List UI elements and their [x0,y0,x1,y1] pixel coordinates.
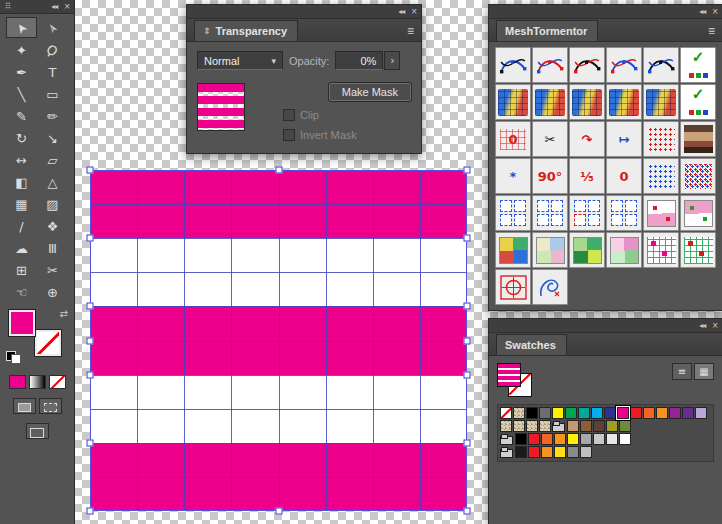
rotate-tool[interactable]: ↻ [6,127,37,148]
swatch-pattern[interactable] [500,420,512,432]
swatch[interactable] [619,420,631,432]
swatch[interactable] [567,433,579,445]
selection-handle[interactable] [87,508,94,515]
magic-wand-tool[interactable]: ✦ [6,39,37,60]
pencil-tool[interactable]: ✏ [37,105,68,126]
swatch-pattern[interactable] [526,420,538,432]
perspective-grid-tool[interactable]: △ [37,171,68,192]
warp-flag-5[interactable] [643,84,679,120]
checker-nodes-1[interactable] [643,195,679,231]
direct-selection-tool[interactable]: ➢ [37,17,68,38]
line-segment-tool[interactable]: ╲ [6,83,37,104]
warp-flag-1[interactable] [495,84,531,120]
warp-flag-4[interactable] [606,84,642,120]
color-mesh-4[interactable] [606,232,642,268]
edit-mesh-red-blue[interactable] [532,47,568,83]
swap-fill-stroke-icon[interactable]: ⇄ [60,308,68,319]
gradient-tool[interactable]: ▨ [37,193,68,214]
warp-flag-3[interactable] [569,84,605,120]
swatch[interactable] [552,407,564,419]
type-tool[interactable]: T [37,61,68,82]
selection-handle[interactable] [87,303,94,310]
swatch-group-folder[interactable] [500,433,514,445]
default-fill-stroke-icon[interactable] [6,351,21,364]
swatch[interactable] [565,407,577,419]
select-node-block-1[interactable] [495,195,531,231]
panel-menu-icon[interactable]: ≡ [708,24,715,38]
selection-handle[interactable] [464,508,471,515]
blue-node-matrix[interactable] [643,158,679,194]
meshtormentor-titlebar[interactable]: ◂◂ × [489,5,722,19]
swatch[interactable] [617,407,629,419]
mesh-tool[interactable]: ▦ [6,193,37,214]
artboard-tool[interactable]: ⊞ [6,259,37,280]
free-transform-tool[interactable]: ▱ [37,149,68,170]
swatch[interactable] [580,446,592,458]
selection-handle[interactable] [275,508,282,515]
swatch[interactable] [604,407,616,419]
swatch[interactable] [682,407,694,419]
close-panel-icon[interactable]: × [712,5,717,18]
red-node-matrix[interactable] [643,121,679,157]
opacity-input[interactable]: 0% [335,51,383,70]
slice-tool[interactable]: ✂ [37,259,68,280]
select-node-block-3[interactable] [569,195,605,231]
column-graph-tool[interactable]: Ⅲ [37,237,68,258]
swatch[interactable] [669,407,681,419]
color-mesh-3[interactable] [569,232,605,268]
eyedropper-tool[interactable]: / [6,215,37,236]
mixed-node-matrix[interactable] [680,158,716,194]
smooth-mesh-path[interactable] [643,47,679,83]
opacity-dropdown-button[interactable]: › [384,51,400,70]
swatch[interactable] [539,407,551,419]
selection-handle[interactable] [275,167,282,174]
scale-tool[interactable]: ↘ [37,127,68,148]
option-toggle-1[interactable]: ✓ [680,47,716,83]
collapse-panel-icon[interactable]: ◂◂ [699,5,705,18]
swatch[interactable] [580,420,592,432]
screen-mode-button[interactable] [26,423,49,439]
collapse-panel-icon[interactable]: ◂◂ [398,5,404,18]
current-swatch-proxy[interactable] [497,363,535,397]
panel-menu-icon[interactable]: ≡ [407,24,414,38]
warp-flag-2[interactable] [532,84,568,120]
selection-handle[interactable] [87,439,94,446]
bend-mesh-arc[interactable]: ↷ [569,121,605,157]
color-mesh-1[interactable] [495,232,531,268]
swatch[interactable] [593,433,605,445]
selection-handle[interactable] [464,337,471,344]
mesh-object[interactable] [90,170,467,511]
reset-mesh-zero[interactable]: 0 [495,121,531,157]
lasso-tool[interactable]: Ϙ [37,39,68,60]
swatch[interactable] [606,420,618,432]
color-mesh-2[interactable] [532,232,568,268]
grid-view-button[interactable]: ▦ [694,363,714,380]
swatch[interactable] [567,446,579,458]
blend-mode-select[interactable]: Normal ▾ [197,51,283,70]
close-panel-icon[interactable]: × [712,319,717,332]
close-panel-icon[interactable]: × [64,0,69,13]
mesh-anchor-points[interactable] [569,47,605,83]
mesh-direction-handles[interactable] [606,47,642,83]
swatch-group-folder[interactable] [552,420,566,432]
swatch[interactable] [591,407,603,419]
selection-handle[interactable] [87,167,94,174]
object-thumbnail[interactable] [197,83,245,131]
swatch[interactable] [515,433,527,445]
tab-transparency[interactable]: ⇕ Transparency [194,20,298,41]
swatch[interactable] [528,446,540,458]
rectangle-tool[interactable]: ▭ [37,83,68,104]
swatch[interactable] [541,446,553,458]
edit-mesh-curves[interactable] [495,47,531,83]
swatch[interactable] [515,446,527,458]
hand-tool[interactable]: ☜ [6,281,37,302]
swatch[interactable] [554,446,566,458]
invert-mask-checkbox[interactable]: Invert Mask [283,129,357,141]
transparency-titlebar[interactable]: ◂◂ × [187,5,421,19]
collapse-panel-icon[interactable]: ◂◂ [51,0,57,13]
selection-handle[interactable] [464,439,471,446]
selection-handle[interactable] [464,371,471,378]
swirl-mesh[interactable] [532,269,568,305]
swatch[interactable] [567,420,579,432]
selection-tool[interactable]: ➤ [6,17,37,38]
